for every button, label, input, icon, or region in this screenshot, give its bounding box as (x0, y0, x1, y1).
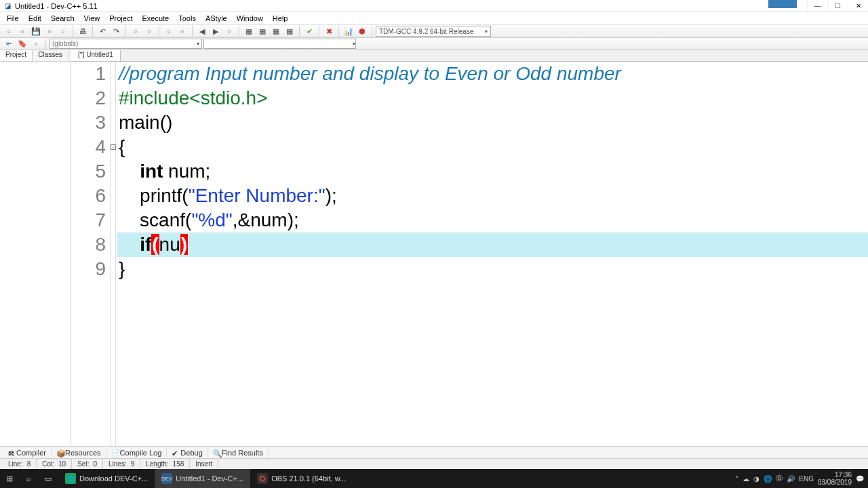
menu-window[interactable]: Window (233, 14, 267, 23)
sidebar-content (0, 62, 71, 446)
network-icon[interactable]: 🌐 (764, 475, 772, 483)
sidebar: ProjectClassesDebug (0, 50, 71, 446)
save-as-icon[interactable]: ▫ (57, 25, 69, 37)
titlebar[interactable]: ◪ Untitled1 - Dev-C++ 5.11 — ☐ ✕ (0, 0, 868, 12)
menu-astyle[interactable]: AStyle (201, 14, 231, 23)
system-tray[interactable]: ˄ ☁ ◑ 🌐 ⓑ 🔊 ENG 17:36 03/08/2019 💬 (731, 471, 868, 486)
bookmark-icon[interactable]: 🔖 (16, 38, 28, 50)
status-line: Line:8 (3, 459, 37, 469)
toolbar-separator (299, 26, 300, 37)
main-toolbar: ▫ ▫ 💾 ▫ ▫ 🖶 ↶ ↷ ▫ ▫ ▫ ▫ ◀ ▶ ▫ ▦ ▦ ▦ ▦ ✔ … (0, 24, 868, 38)
save-all-icon[interactable]: ▫ (43, 25, 56, 37)
compiler-select[interactable]: TDM-GCC 4.9.2 64-bit Release ▾ (376, 26, 491, 37)
close-button[interactable]: ✕ (848, 0, 868, 11)
stop-icon[interactable]: ✖ (323, 25, 335, 37)
code-editor[interactable]: 123456789 - //program Input number and d… (71, 62, 868, 446)
debug-icon: ✔ (172, 449, 178, 456)
menu-help[interactable]: Help (269, 14, 292, 23)
bookmark-next-icon[interactable]: ▶ (210, 25, 222, 37)
goto-icon[interactable]: ⇤ (3, 38, 15, 50)
save-icon[interactable]: 💾 (30, 25, 42, 37)
editor-tab[interactable]: [*] Untitled1 (71, 50, 121, 61)
compile-run-icon[interactable]: ▦ (270, 25, 282, 37)
open-icon[interactable]: ▫ (16, 25, 28, 37)
code-line[interactable]: scanf("%d",&num); (117, 208, 868, 232)
fold-toggle-icon[interactable]: - (111, 144, 116, 150)
bottom-tab-compiler[interactable]: 🛠Compiler (3, 448, 52, 458)
list-icon[interactable]: ▫ (30, 38, 42, 50)
sidebar-tab-classes[interactable]: Classes (33, 50, 68, 61)
onedrive-icon[interactable]: ☁ (743, 475, 749, 483)
code-lines[interactable]: //program Input number and display to Ev… (116, 62, 868, 446)
menu-tools[interactable]: Tools (174, 14, 200, 23)
editor-tabs: [*] Untitled1 (71, 50, 868, 62)
status-length: Length:158 (140, 459, 190, 469)
menu-search[interactable]: Search (47, 14, 79, 23)
chevron-down-icon: ▾ (353, 41, 355, 47)
taskbar[interactable]: ⊞ ⌕ ▭ 🌐Download DEV-C+...DEVUntitled1 - … (0, 469, 868, 488)
scope-toolbar: ⇤ 🔖 ▫ (globals) ▾ ▾ (0, 38, 868, 50)
bottom-tab-find-results[interactable]: 🔍Find Results (208, 448, 269, 458)
taskbar-app[interactable]: DEVUntitled1 - Dev-C+... (155, 469, 250, 488)
member-select[interactable]: ▾ (203, 39, 356, 49)
menu-project[interactable]: Project (105, 14, 136, 23)
compiler-icon: 🛠 (7, 449, 14, 456)
battery-icon[interactable]: ◑ (753, 475, 760, 483)
menu-execute[interactable]: Execute (138, 14, 173, 23)
maximize-button[interactable]: ☐ (827, 0, 848, 11)
nav-back-icon[interactable]: ▫ (163, 25, 175, 37)
code-line[interactable]: //program Input number and display to Ev… (117, 62, 868, 86)
scope-select[interactable]: (globals) ▾ (50, 39, 202, 49)
undo-icon[interactable]: ↶ (96, 25, 108, 37)
debug-icon[interactable]: ✔ (303, 25, 315, 37)
bottom-tab-debug[interactable]: ✔Debug (167, 448, 208, 458)
menu-edit[interactable]: Edit (24, 14, 45, 23)
code-line[interactable]: int num; (117, 159, 868, 184)
start-button[interactable]: ⊞ (0, 469, 20, 488)
toolbar-separator (192, 26, 193, 37)
taskbar-app[interactable]: ⭕OBS 21.0.1 (64bit, w... (250, 469, 353, 488)
clock[interactable]: 17:36 03/08/2019 (818, 471, 852, 486)
minimize-button[interactable]: — (807, 0, 827, 11)
status-col: Col:10 (37, 459, 72, 469)
bluetooth-icon[interactable]: ⓑ (776, 474, 783, 483)
windows-icon: ⊞ (7, 474, 13, 483)
redo-icon[interactable]: ↷ (110, 25, 122, 37)
status-mode: Insert (190, 459, 218, 469)
taskview-button[interactable]: ▭ (38, 469, 58, 488)
bookmark-prev-icon[interactable]: ◀ (196, 25, 208, 37)
print-icon[interactable]: 🖶 (77, 25, 89, 37)
compile-icon[interactable]: ▦ (243, 25, 255, 37)
bottom-tabs: 🛠Compiler📦Resources📄Compile Log✔Debug🔍Fi… (0, 446, 868, 458)
taskbar-app[interactable]: 🌐Download DEV-C+... (58, 469, 155, 488)
bookmark-toggle-icon[interactable]: ▫ (223, 25, 235, 37)
nav-fwd-icon[interactable]: ▫ (176, 25, 189, 37)
code-line[interactable]: printf("Enter Number:"); (117, 184, 868, 208)
title-accent (768, 0, 797, 8)
profile-icon[interactable]: 📊 (342, 25, 355, 37)
chevron-down-icon: ▾ (485, 28, 488, 35)
toolbar-separator (125, 26, 126, 37)
run-icon[interactable]: ▦ (256, 25, 269, 37)
menu-file[interactable]: File (3, 14, 23, 23)
code-line[interactable]: main() (117, 110, 868, 135)
code-line[interactable]: { (117, 135, 868, 159)
rebuild-icon[interactable]: ▦ (283, 25, 296, 37)
code-line[interactable]: } (117, 257, 868, 281)
code-line[interactable]: if(nu) (117, 232, 868, 257)
bottom-tab-resources[interactable]: 📦Resources (52, 448, 106, 458)
find-icon[interactable]: ▫ (130, 25, 142, 37)
new-file-icon[interactable]: ▫ (3, 25, 15, 37)
volume-icon[interactable]: 🔊 (787, 475, 795, 483)
fold-column: - (111, 62, 116, 446)
code-line[interactable]: #include<stdio.h> (117, 86, 868, 110)
menu-view[interactable]: View (80, 14, 104, 23)
tray-up-icon[interactable]: ˄ (735, 475, 738, 483)
profile2-icon[interactable]: ⬢ (356, 25, 368, 37)
replace-icon[interactable]: ▫ (143, 25, 155, 37)
search-button[interactable]: ⌕ (20, 469, 38, 488)
notifications-icon[interactable]: 💬 (856, 475, 864, 483)
bottom-tab-compile-log[interactable]: 📄Compile Log (106, 448, 167, 458)
sidebar-tab-project[interactable]: Project (0, 50, 33, 61)
lang-indicator[interactable]: ENG (799, 475, 814, 483)
